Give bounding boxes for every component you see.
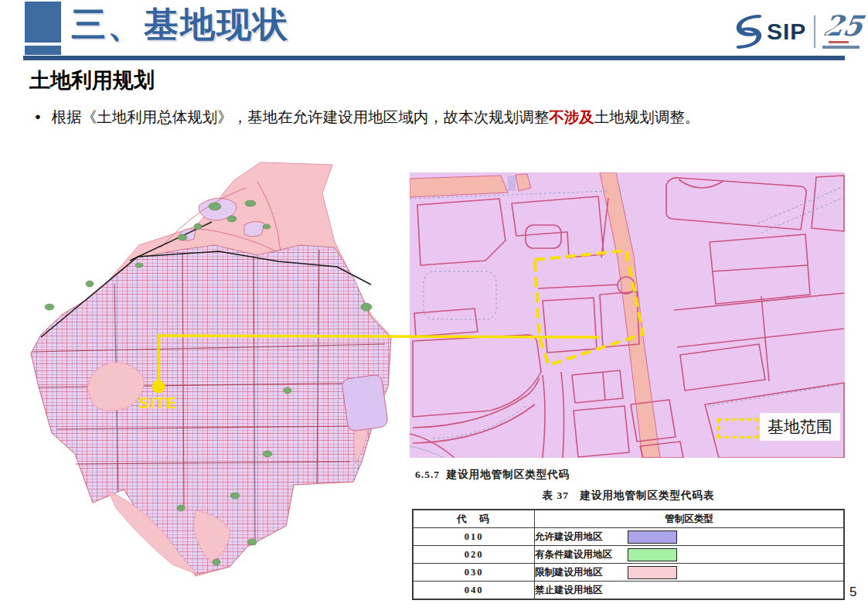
anniversary-fineprint — [829, 41, 849, 43]
bullet-icon: ● — [35, 111, 41, 122]
zone-color-swatch — [628, 530, 677, 544]
header-rule — [23, 56, 845, 60]
code-cell: 030 — [413, 564, 535, 582]
anniversary-mark: 25 — [822, 12, 863, 51]
code-reference-number: 6.5.7 — [415, 469, 440, 480]
type-cell: 允许建设用地区 — [535, 528, 845, 546]
code-reference-heading: 6.5.7 建设用地管制区类型代码 — [412, 468, 845, 482]
col-header-code: 代 码 — [413, 510, 535, 528]
bullet-text-after: 土地规划调整。 — [594, 108, 700, 125]
page-number: 5 — [849, 585, 856, 600]
bullet-highlight: 不涉及 — [549, 108, 594, 125]
code-cell: 040 — [413, 582, 535, 600]
section-title: 土地利用规划 — [29, 67, 155, 94]
table-caption: 表 37 建设用地管制区类型代码表 — [412, 489, 845, 503]
site-boundary-legend-label: 基地范围 — [760, 413, 840, 441]
sip-wordmark: SIP — [767, 19, 806, 45]
anniversary-fineprint — [822, 46, 859, 49]
col-header-type: 管制区类型 — [535, 510, 845, 528]
type-label: 限制建设用地区 — [535, 567, 603, 578]
bullet-row: ●根据《土地利用总体规划》，基地在允许建设用地区域内，故本次规划调整不涉及土地规… — [35, 107, 839, 128]
type-label: 禁止建设用地区 — [535, 585, 603, 595]
type-cell: 有条件建设用地区 — [535, 546, 845, 564]
type-label: 有条件建设用地区 — [535, 549, 612, 560]
table-header-row: 代 码 管制区类型 — [413, 510, 844, 528]
page-title: 三、基地现状 — [71, 2, 289, 48]
bullet-text: 根据《土地利用总体规划》，基地在允许建设用地区域内，故本次规划调整 — [52, 108, 550, 125]
code-cell: 010 — [413, 528, 535, 546]
land-use-overview-map — [22, 159, 393, 580]
zone-code-table: 代 码 管制区类型 010 允许建设用地区 020 有条件建设用地区 030 — [412, 509, 845, 600]
site-label: SITE — [138, 394, 178, 412]
code-reference-title: 建设用地管制区类型代码 — [447, 469, 570, 480]
type-label: 允许建设用地区 — [535, 531, 603, 542]
header-accent-square — [25, 2, 61, 43]
table-row: 030 限制建设用地区 — [413, 564, 844, 582]
table-row: 020 有条件建设用地区 — [413, 546, 844, 564]
type-cell: 限制建设用地区 — [535, 564, 845, 582]
zone-color-swatch — [628, 548, 677, 561]
site-boundary-legend-swatch — [717, 418, 759, 438]
code-reference-block: 6.5.7 建设用地管制区类型代码 表 37 建设用地管制区类型代码表 代 码 … — [412, 468, 845, 600]
zone-color-swatch — [628, 566, 677, 579]
slide: 三、基地现状 SIP 25 土地利用规划 ●根据《土地利用总体规划》，基地在允许… — [0, 0, 868, 614]
type-cell: 禁止建设用地区 — [535, 582, 845, 600]
sip-swoosh-icon — [733, 14, 765, 49]
code-cell: 020 — [413, 546, 535, 564]
anniversary-number: 25 — [822, 9, 866, 42]
table-row: 040 禁止建设用地区 — [413, 582, 844, 600]
table-row: 010 允许建设用地区 — [413, 528, 844, 546]
logo-divider — [814, 15, 815, 48]
sip-logo: SIP 25 — [733, 11, 863, 53]
header-accent-bar — [25, 46, 61, 55]
